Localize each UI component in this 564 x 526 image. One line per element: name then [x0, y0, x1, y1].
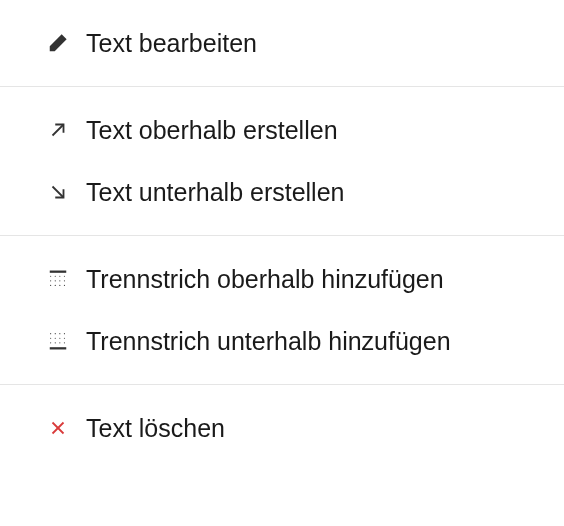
delete-text-item[interactable]: Text löschen — [0, 397, 564, 459]
create-above-item[interactable]: Text oberhalb erstellen — [0, 99, 564, 161]
separator-above-item[interactable]: Trennstrich oberhalb hinzufügen — [0, 248, 564, 310]
svg-point-9 — [59, 280, 60, 281]
separator-below-item[interactable]: Trennstrich unterhalb hinzufügen — [0, 310, 564, 372]
svg-point-5 — [59, 276, 60, 277]
svg-line-0 — [53, 125, 64, 136]
svg-line-1 — [53, 187, 64, 198]
svg-point-10 — [64, 280, 65, 281]
svg-point-26 — [64, 342, 65, 343]
svg-point-25 — [59, 342, 60, 343]
svg-point-18 — [64, 333, 65, 334]
separator-below-label: Trennstrich unterhalb hinzufügen — [86, 326, 451, 356]
edit-text-label: Text bearbeiten — [86, 28, 257, 58]
create-below-label: Text unterhalb erstellen — [86, 177, 344, 207]
close-icon — [44, 414, 72, 442]
svg-point-20 — [55, 338, 56, 339]
svg-point-17 — [59, 333, 60, 334]
border-top-icon — [44, 265, 72, 293]
svg-point-12 — [55, 285, 56, 286]
pencil-icon — [44, 29, 72, 57]
arrow-up-right-icon — [44, 116, 72, 144]
svg-point-6 — [64, 276, 65, 277]
svg-point-21 — [59, 338, 60, 339]
menu-group-create: Text oberhalb erstellen Text unterhalb e… — [0, 87, 564, 236]
svg-point-19 — [50, 338, 51, 339]
svg-point-3 — [50, 276, 51, 277]
separator-above-label: Trennstrich oberhalb hinzufügen — [86, 264, 444, 294]
svg-point-11 — [50, 285, 51, 286]
menu-group-danger: Text löschen — [0, 385, 564, 471]
svg-point-16 — [55, 333, 56, 334]
menu-group-separator: Trennstrich oberhalb hinzufügen — [0, 236, 564, 385]
create-below-item[interactable]: Text unterhalb erstellen — [0, 161, 564, 223]
svg-point-15 — [50, 333, 51, 334]
svg-point-24 — [55, 342, 56, 343]
arrow-down-right-icon — [44, 178, 72, 206]
create-above-label: Text oberhalb erstellen — [86, 115, 338, 145]
border-bottom-icon — [44, 327, 72, 355]
delete-text-label: Text löschen — [86, 413, 225, 443]
edit-text-item[interactable]: Text bearbeiten — [0, 12, 564, 74]
menu-group-edit: Text bearbeiten — [0, 0, 564, 87]
svg-point-4 — [55, 276, 56, 277]
svg-point-23 — [50, 342, 51, 343]
context-menu: Text bearbeiten Text oberhalb erstellen … — [0, 0, 564, 471]
svg-point-7 — [50, 280, 51, 281]
svg-point-22 — [64, 338, 65, 339]
svg-point-14 — [64, 285, 65, 286]
svg-point-13 — [59, 285, 60, 286]
svg-point-8 — [55, 280, 56, 281]
